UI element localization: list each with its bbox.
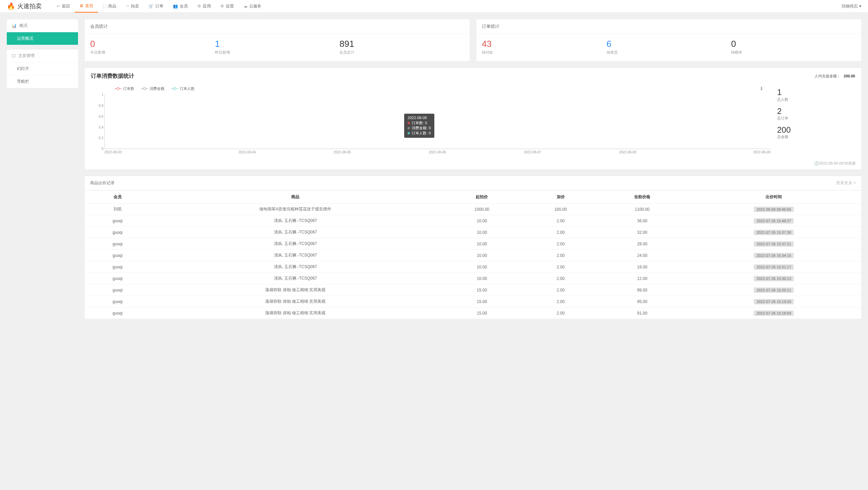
- tooltip-date: 2022-08-09: [408, 116, 431, 120]
- cell-current-price: 32.00: [598, 227, 687, 238]
- nav-cloud[interactable]: ☁云服务: [239, 0, 266, 13]
- table-row[interactable]: guoqi清风. 玉石狮.-TCSQ06710.002.0036.002022-…: [85, 215, 861, 227]
- bid-table: 会员 商品 起拍价 加价 当前价格 出价时间 刘凯缅甸翡翠A货老坑糯种莲花送子观…: [85, 190, 861, 319]
- cell-member: guoqi: [85, 296, 151, 307]
- cell-current-price: 12.00: [598, 273, 687, 284]
- side-stat-label: 总金额: [777, 134, 848, 139]
- tooltip-row-amount: 消费金额: 0: [408, 126, 431, 131]
- chevron-down-icon: ▾: [859, 4, 861, 8]
- chart-row: 订单数 消费金额 订单人数 ⬇ 2022-08-09 订单数: 0 消费金额: …: [85, 84, 861, 159]
- sidebar-group-overview[interactable]: 📊 概况: [7, 19, 78, 32]
- nav-cloud-label: 云服务: [249, 3, 261, 9]
- stat-label: 昨日新增: [215, 50, 340, 55]
- cell-product: 缅甸翡翠A货老坑糯种莲花送子观音摆件: [151, 204, 441, 215]
- cell-start-price: 15.00: [440, 296, 523, 307]
- legend-marker-icon: [171, 87, 178, 90]
- cell-member: guoqi: [85, 227, 151, 238]
- nav-back-label: 返回: [62, 3, 70, 9]
- table-row[interactable]: guoqi蒲扇弥勒 崖柏 做工精细 实用美观15.002.0091.002022…: [85, 307, 861, 319]
- brand-logo[interactable]: 🔥 火速拍卖: [7, 2, 42, 10]
- nav-right: 玩物得志 ▾: [842, 3, 861, 9]
- side-stat-value: 1: [777, 88, 848, 97]
- nav-app-label: 应用: [203, 3, 211, 9]
- table-row[interactable]: guoqi蒲扇弥勒 崖柏 做工精细 实用美观15.002.0095.002022…: [85, 296, 861, 307]
- chart-side-stats: 1 总人数 2 总订单 200 总金额: [770, 84, 855, 155]
- footer-time: 2022-08-09 08:50更新: [819, 161, 856, 165]
- order-stats-body: 43 待付款 6 待发货 0 待晒单: [476, 34, 861, 61]
- nav-product-label: 商品: [108, 3, 116, 9]
- table-row[interactable]: guoqi清风. 玉石狮.-TCSQ06710.002.0024.002022-…: [85, 250, 861, 261]
- cell-member: guoqi: [85, 307, 151, 319]
- cell-bid-time: 2022-07-26 15:19:20: [687, 296, 861, 307]
- table-row[interactable]: guoqi清风. 玉石狮.-TCSQ06710.002.0032.002022-…: [85, 227, 861, 238]
- nav-member[interactable]: 👥会员: [168, 0, 193, 13]
- cell-member: guoqi: [85, 215, 151, 227]
- order-stats-card: 订单统计 43 待付款 6 待发货 0 待晒单: [476, 19, 861, 61]
- users-icon: 👥: [173, 4, 178, 8]
- th-member: 会员: [85, 191, 151, 204]
- y-tick: 0.6: [95, 114, 103, 118]
- cell-bid-time: 2022-08-09 08:46:55: [687, 204, 861, 215]
- cell-bid-time: 2022-07-26 15:34:15: [687, 250, 861, 261]
- sidebar-item-operation-overview[interactable]: 运营概况: [7, 32, 78, 45]
- x-label: 2022-08-04: [200, 150, 295, 154]
- tooltip-row-persons: 订单人数: 0: [408, 131, 431, 136]
- cell-start-price: 10.00: [440, 273, 523, 284]
- chart-canvas[interactable]: 2022-08-09 订单数: 0 消费金额: 0 订单人数: 0 00.20.…: [104, 95, 770, 149]
- y-tick: 0: [95, 147, 103, 151]
- table-row[interactable]: guoqi清风. 玉石狮.-TCSQ06710.002.0028.002022-…: [85, 238, 861, 250]
- stat-label: 待晒单: [731, 50, 856, 55]
- cell-bid-time: 2022-07-26 15:48:27: [687, 215, 861, 227]
- legend-persons[interactable]: 订单人数: [171, 86, 195, 91]
- time-badge: 2022-07-26 15:34:15: [754, 253, 794, 258]
- nav-app[interactable]: ⚙应用: [193, 0, 216, 13]
- cell-start-price: 10.00: [440, 250, 523, 261]
- cell-start-price: 10.00: [440, 227, 523, 238]
- nav-order[interactable]: 🛒订单: [144, 0, 168, 13]
- bid-records-panel: 商品出价记录 查看更多 > 会员 商品 起拍价 加价 当前价格 出价时间 刘凯缅…: [85, 176, 861, 319]
- th-bid-time: 出价时间: [687, 191, 861, 204]
- stat-value: 43: [482, 39, 607, 49]
- view-more-link[interactable]: 查看更多 >: [836, 180, 856, 186]
- stat-label: 会员总计: [339, 50, 464, 55]
- legend-amount[interactable]: 消费金额: [141, 86, 164, 91]
- sidebar-overview-label: 概况: [19, 23, 27, 29]
- sidebar-item-navbar[interactable]: 导航栏: [7, 75, 78, 88]
- nav-home-label: 首页: [85, 3, 93, 9]
- nav-product[interactable]: ⬚商品: [98, 0, 121, 13]
- table-row[interactable]: guoqi清风. 玉石狮.-TCSQ06710.002.0012.002022-…: [85, 273, 861, 284]
- gear-icon: ⚙: [220, 4, 224, 8]
- nav-back[interactable]: ↩返回: [52, 0, 75, 13]
- time-badge: 2022-08-09 08:46:55: [754, 207, 794, 212]
- legend-orders[interactable]: 订单数: [115, 86, 134, 91]
- gavel-icon: ⤳: [126, 4, 129, 8]
- x-label: 2022-08-06: [390, 150, 485, 154]
- download-icon[interactable]: ⬇: [760, 86, 764, 91]
- x-label: 2022-08-03: [104, 150, 200, 154]
- legend-marker-icon: [115, 87, 121, 90]
- cell-current-price: 95.00: [598, 296, 687, 307]
- avg-recharge: 人均充值金额： 200.00: [814, 74, 855, 79]
- cell-bid-time: 2022-07-26 15:18:59: [687, 307, 861, 319]
- cell-increment: 2.00: [523, 307, 598, 319]
- table-row[interactable]: 刘凯缅甸翡翠A货老坑糯种莲花送子观音摆件1000.00100.001100.00…: [85, 204, 861, 215]
- cell-product: 蒲扇弥勒 崖柏 做工精细 实用美观: [151, 284, 441, 296]
- nav-setting[interactable]: ⚙设置: [216, 0, 239, 13]
- dashboard-icon: 📊: [12, 23, 17, 28]
- th-start-price: 起拍价: [440, 191, 523, 204]
- cell-current-price: 18.00: [598, 261, 687, 273]
- nav-auction[interactable]: ⤳拍卖: [121, 0, 144, 13]
- stat-today-new: 0 今日新增: [90, 39, 215, 55]
- table-row[interactable]: guoqi清风. 玉石狮.-TCSQ06710.002.0018.002022-…: [85, 261, 861, 273]
- user-dropdown[interactable]: 玩物得志 ▾: [842, 3, 861, 9]
- side-stat-value: 200: [777, 126, 848, 134]
- member-stats-card: 会员统计 0 今日新增 1 昨日新增 891 会员总计: [85, 19, 470, 61]
- x-label: 2022-08-05: [295, 150, 390, 154]
- cell-increment: 100.00: [523, 204, 598, 215]
- chart-legend: 订单数 消费金额 订单人数 ⬇: [104, 84, 770, 95]
- table-row[interactable]: guoqi蒲扇弥勒 崖柏 做工精细 实用美观15.002.0099.002022…: [85, 284, 861, 296]
- cell-bid-time: 2022-07-26 15:31:17: [687, 261, 861, 273]
- sidebar-group-home-manage[interactable]: 🖵 主页管理: [7, 50, 78, 62]
- nav-home[interactable]: 🖥首页: [75, 0, 98, 13]
- sidebar-item-slideshow[interactable]: 幻灯片: [7, 62, 78, 75]
